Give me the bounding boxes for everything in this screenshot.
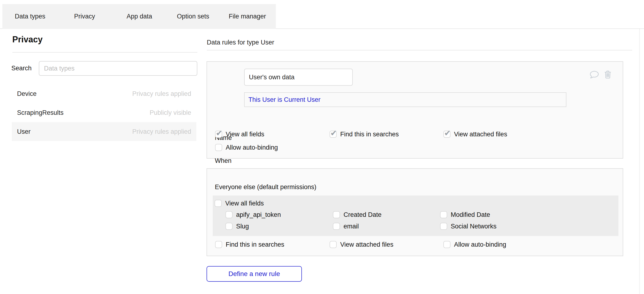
data-type-status: Privacy rules applied (132, 128, 191, 135)
define-new-rule-button[interactable]: Define a new rule (206, 266, 302, 282)
left-panel-divider (12, 52, 197, 53)
checkbox-allow-auto-binding-default[interactable]: ✔ (443, 241, 450, 248)
data-type-status: Privacy rules applied (132, 90, 191, 98)
rule-permissions: ✔ View all fields ✔ Find this in searche… (215, 131, 615, 157)
permission-find-in-searches-default: ✔ Find this in searches (215, 241, 330, 248)
permission-label: Allow auto-binding (454, 241, 506, 248)
search-label: Search (11, 65, 32, 72)
data-type-list: Device Privacy rules applied ScrapingRes… (12, 84, 196, 141)
tabbar: Data types Privacy App data Option sets … (2, 4, 276, 29)
comment-icon[interactable] (590, 71, 599, 79)
field-social-networks: ✔ Social Networks (440, 223, 496, 230)
search-input[interactable] (39, 61, 197, 76)
tab-app-data[interactable]: App data (112, 4, 167, 29)
field-label: Modified Date (451, 211, 490, 218)
permission-label: Find this in searches (340, 131, 399, 138)
checkbox-apify-api-token[interactable]: ✔ (226, 211, 232, 218)
tab-data-types[interactable]: Data types (2, 4, 58, 29)
scroll-area-edge (639, 29, 640, 294)
permission-label: View all fields (225, 200, 264, 207)
privacy-settings-page: Data types Privacy App data Option sets … (0, 0, 644, 294)
permission-find-in-searches: ✔ Find this in searches (330, 131, 443, 138)
data-type-name: ScrapingResults (17, 109, 64, 116)
field-checkbox-grid: ✔ apify_api_token ✔ Created Date ✔ Modif… (226, 211, 496, 230)
field-apify-api-token: ✔ apify_api_token (226, 211, 333, 218)
checkbox-view-attached-files-default[interactable]: ✔ (330, 241, 337, 248)
checkbox-slug[interactable]: ✔ (226, 223, 232, 230)
permission-label: Allow auto-binding (226, 144, 278, 151)
trash-icon[interactable] (604, 70, 611, 79)
checkbox-find-in-searches-default[interactable]: ✔ (215, 241, 222, 248)
check-icon: ✔ (330, 128, 337, 138)
tab-option-sets[interactable]: Option sets (167, 4, 219, 29)
fields-panel: ✔ View all fields ✔ apify_api_token ✔ Cr… (213, 195, 618, 236)
field-modified-date: ✔ Modified Date (440, 211, 496, 218)
permission-label: View attached files (454, 131, 507, 138)
rules-divider (207, 50, 632, 51)
permission-allow-auto-binding-default: ✔ Allow auto-binding (443, 241, 506, 248)
checkbox-modified-date[interactable]: ✔ (440, 211, 447, 218)
when-condition-text: This User is Current User (248, 96, 320, 103)
permission-allow-auto-binding: ✔ Allow auto-binding (215, 144, 330, 151)
checkbox-allow-auto-binding[interactable]: ✔ (215, 144, 222, 151)
checkbox-email[interactable]: ✔ (333, 223, 340, 230)
permission-view-all-fields: ✔ View all fields (215, 131, 330, 138)
field-label: Created Date (344, 211, 382, 218)
checkbox-view-attached-files[interactable]: ✔ (443, 131, 450, 138)
field-email: ✔ email (333, 223, 440, 230)
permission-view-attached-files-default: ✔ View attached files (330, 241, 443, 248)
permission-view-attached-files: ✔ View attached files (443, 131, 507, 138)
when-label: When (215, 157, 232, 165)
rule-card: Name When This User is Current User User… (206, 61, 623, 159)
data-type-name: Device (17, 90, 37, 98)
checkbox-find-in-searches[interactable]: ✔ (330, 131, 337, 138)
list-item-device[interactable]: Device Privacy rules applied (12, 84, 196, 103)
field-label: Social Networks (451, 223, 496, 230)
checkbox-view-all-fields-default[interactable]: ✔ (214, 200, 222, 207)
check-icon: ✔ (444, 128, 451, 138)
permission-view-all-fields-default: ✔ View all fields (214, 200, 264, 207)
list-item-scrapingresults[interactable]: ScrapingResults Publicly visible (12, 103, 196, 122)
page-title: Privacy (12, 35, 42, 45)
list-item-user[interactable]: User Privacy rules applied (12, 122, 196, 141)
rule-name-input[interactable] (244, 69, 353, 86)
data-type-name: User (17, 128, 30, 135)
when-condition-box[interactable]: This User is Current User (244, 92, 566, 107)
rules-title: Data rules for type User (207, 39, 274, 46)
rule-card-actions (590, 70, 611, 79)
default-permissions-row: ✔ Find this in searches ✔ View attached … (215, 241, 506, 248)
field-label: Slug (236, 223, 249, 230)
field-label: apify_api_token (236, 211, 281, 218)
permission-label: View all fields (226, 131, 264, 138)
permission-label: View attached files (340, 241, 394, 248)
field-label: email (344, 223, 359, 230)
everyone-else-title: Everyone else (default permissions) (215, 183, 316, 191)
permission-label: Find this in searches (226, 241, 284, 248)
check-icon: ✔ (216, 128, 223, 138)
checkbox-created-date[interactable]: ✔ (333, 211, 340, 218)
tab-privacy[interactable]: Privacy (58, 4, 112, 29)
checkbox-social-networks[interactable]: ✔ (440, 223, 447, 230)
field-slug: ✔ Slug (226, 223, 333, 230)
tab-file-manager[interactable]: File manager (219, 4, 276, 29)
everyone-else-card: Everyone else (default permissions) ✔ Vi… (206, 168, 623, 256)
data-type-status: Publicly visible (150, 109, 191, 116)
checkbox-view-all-fields[interactable]: ✔ (215, 131, 222, 138)
field-created-date: ✔ Created Date (333, 211, 440, 218)
